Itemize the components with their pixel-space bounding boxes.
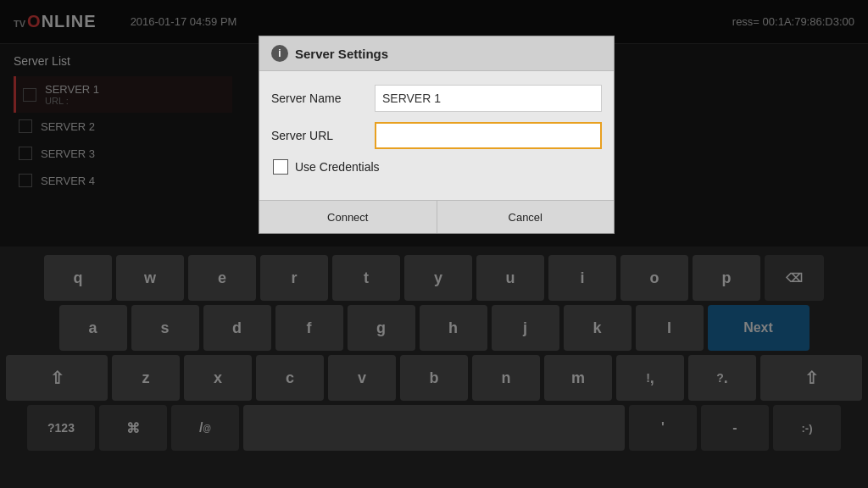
server-url-label: Server URL (271, 129, 364, 142)
dialog-title: Server Settings (295, 47, 388, 61)
connect-button[interactable]: Connect (259, 201, 437, 233)
server-url-row: Server URL (271, 122, 602, 149)
credentials-checkbox[interactable] (273, 159, 288, 175)
cancel-button[interactable]: Cancel (437, 201, 615, 233)
server-name-row: Server Name (271, 85, 602, 112)
server-name-input[interactable] (375, 85, 602, 112)
info-icon: i (271, 45, 288, 62)
server-name-label: Server Name (271, 92, 364, 105)
credentials-row: Use Credentials (271, 159, 602, 175)
server-url-input[interactable] (375, 122, 602, 149)
credentials-label: Use Credentials (295, 160, 380, 174)
dialog-header: i Server Settings (259, 36, 614, 71)
server-settings-dialog: i Server Settings Server Name Server URL… (259, 36, 615, 234)
dialog-body: Server Name Server URL Use Credentials (259, 71, 614, 200)
dialog-footer: Connect Cancel (259, 200, 614, 233)
